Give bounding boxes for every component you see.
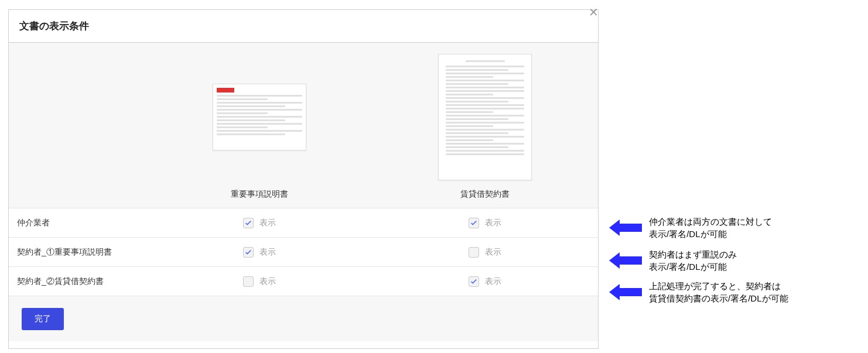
annotation-text: 契約者はまず重説のみ 表示/署名/DLが可能 — [649, 248, 737, 273]
modal-body: 重要事項説明書 — [9, 43, 598, 341]
checkbox[interactable] — [243, 276, 254, 287]
annotation-text: 上記処理が完了すると、契約者は 賃貸借契約書の表示/署名/DLが可能 — [649, 280, 788, 304]
permissions-table: 仲介業者 表示 表示 契約者_①重 — [9, 208, 598, 296]
row-label-spacer — [9, 43, 146, 208]
annotation-3: 上記処理が完了すると、契約者は 賃貸借契約書の表示/署名/DLが可能 — [609, 280, 788, 304]
row-label: 仲介業者 — [9, 218, 146, 228]
doc-thumbnail-2[interactable] — [438, 54, 532, 180]
annotation-text: 仲介業者は両方の文書に対して 表示/署名/DLが可能 — [649, 215, 772, 240]
table-row: 契約者_②賃貸借契約書 表示 表示 — [9, 266, 598, 296]
modal-footer: 完了 — [9, 296, 598, 341]
thumbnail-row: 重要事項説明書 — [9, 43, 598, 208]
doc-name-2: 賃貸借契約書 — [460, 181, 510, 208]
close-icon[interactable]: ✕ — [586, 5, 600, 19]
checkbox[interactable] — [243, 218, 254, 228]
checkbox-label: 表示 — [485, 218, 501, 228]
arrow-left-icon — [609, 286, 642, 299]
checkbox-label: 表示 — [259, 218, 276, 228]
doc-name-1: 重要事項説明書 — [231, 181, 288, 208]
checkbox-label: 表示 — [485, 247, 501, 258]
done-button[interactable]: 完了 — [22, 308, 64, 330]
modal-header: 文書の表示条件 ✕ — [9, 10, 598, 43]
checkbox-label: 表示 — [485, 276, 501, 287]
checkbox[interactable] — [469, 218, 479, 228]
checkbox[interactable] — [469, 276, 479, 287]
modal-document-display-conditions: 文書の表示条件 ✕ 重要事項説明書 — [8, 9, 599, 349]
annotation-1: 仲介業者は両方の文書に対して 表示/署名/DLが可能 — [609, 215, 772, 240]
checkbox-label: 表示 — [259, 276, 276, 287]
table-row: 契約者_①重要事項説明書 表示 表示 — [9, 237, 598, 266]
arrow-left-icon — [609, 254, 642, 267]
table-row: 仲介業者 表示 表示 — [9, 208, 598, 237]
arrow-left-icon — [609, 221, 642, 234]
checkbox[interactable] — [243, 247, 254, 258]
doc-col-2: 賃貸借契約書 — [373, 43, 599, 208]
checkbox-label: 表示 — [259, 247, 276, 258]
row-label: 契約者_②賃貸借契約書 — [9, 276, 146, 287]
doc-col-1: 重要事項説明書 — [146, 43, 373, 208]
annotation-2: 契約者はまず重説のみ 表示/署名/DLが可能 — [609, 248, 737, 273]
modal-title: 文書の表示条件 — [19, 19, 89, 33]
checkbox[interactable] — [469, 247, 479, 258]
doc-thumbnail-1[interactable] — [213, 84, 306, 150]
row-label: 契約者_①重要事項説明書 — [9, 247, 146, 258]
